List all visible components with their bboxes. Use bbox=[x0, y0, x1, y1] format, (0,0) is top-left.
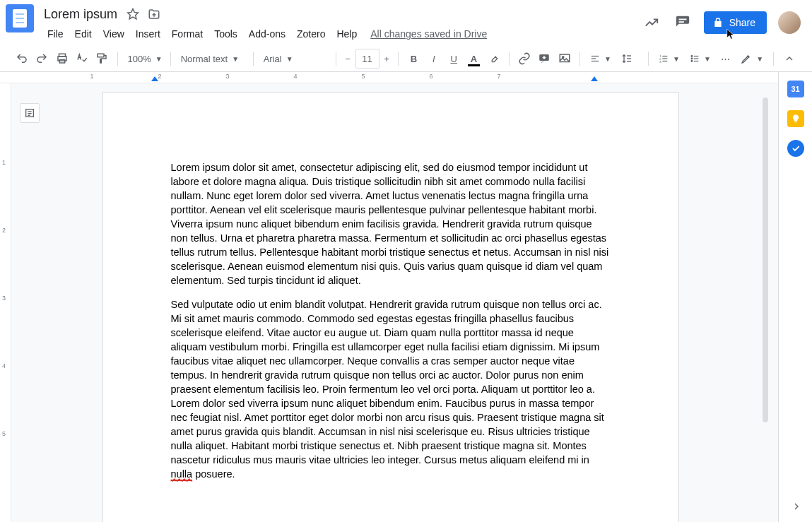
chevron-down-icon: ▼ bbox=[756, 55, 763, 63]
ruler-label: 7 bbox=[497, 73, 500, 80]
ruler-label: 3 bbox=[225, 73, 229, 80]
document-page[interactable]: Lorem ipsum dolor sit amet, consectetur … bbox=[102, 92, 679, 522]
svg-point-27 bbox=[691, 61, 693, 62]
canvas: 1 2 3 4 5 6 7 1 2 3 4 5 Lorem ipsum dolo… bbox=[0, 72, 778, 522]
account-avatar[interactable] bbox=[778, 11, 801, 34]
line-spacing-button[interactable] bbox=[617, 49, 642, 69]
numbered-list-icon: 123 bbox=[659, 53, 669, 64]
paint-format-button[interactable] bbox=[93, 49, 111, 69]
menu-tools[interactable]: Tools bbox=[209, 25, 242, 42]
side-panel-expand-icon[interactable] bbox=[788, 498, 805, 515]
collapse-toolbar-button[interactable] bbox=[779, 49, 799, 69]
font-family-select[interactable]: Arial ▼ bbox=[259, 49, 330, 69]
separator bbox=[117, 52, 118, 66]
indent-marker-left[interactable] bbox=[151, 76, 158, 81]
zoom-select[interactable]: 100% ▼ bbox=[124, 49, 165, 69]
more-button[interactable]: ⋯ bbox=[717, 49, 735, 69]
svg-text:3: 3 bbox=[659, 60, 661, 64]
font-size-value: 11 bbox=[362, 54, 372, 64]
spellcheck-button[interactable] bbox=[73, 49, 91, 69]
move-to-folder-icon[interactable] bbox=[147, 7, 161, 21]
ruler-label: 1 bbox=[90, 73, 93, 80]
svg-rect-2 bbox=[678, 21, 683, 23]
scrollbar-thumb[interactable] bbox=[763, 97, 768, 422]
font-size-decrease[interactable]: − bbox=[342, 49, 354, 69]
print-button[interactable] bbox=[53, 49, 71, 69]
pencil-icon bbox=[741, 53, 752, 64]
docs-app-icon[interactable] bbox=[6, 4, 34, 32]
separator bbox=[773, 52, 774, 66]
comments-icon[interactable] bbox=[673, 13, 693, 32]
ruler-label: 2 bbox=[158, 73, 161, 80]
share-label: Share bbox=[729, 17, 755, 28]
header-bar: Lorem ipsum File Edit View Insert Format… bbox=[0, 0, 812, 45]
paragraph[interactable]: Sed vulputate odio ut enim blandit volut… bbox=[171, 297, 611, 481]
numbered-list-button[interactable]: 123 ▼ bbox=[654, 49, 684, 69]
menu-help[interactable]: Help bbox=[331, 25, 362, 42]
ruler-label: 1 bbox=[2, 159, 6, 166]
bold-button[interactable]: B bbox=[404, 49, 423, 69]
paragraph-style-select[interactable]: Normal text ▼ bbox=[177, 49, 247, 69]
separator bbox=[579, 52, 580, 66]
bulleted-list-button[interactable]: ▼ bbox=[686, 49, 715, 69]
chevron-down-icon: ▼ bbox=[673, 55, 680, 63]
menu-view[interactable]: View bbox=[98, 25, 129, 42]
chevron-down-icon: ▼ bbox=[232, 55, 239, 63]
undo-button[interactable] bbox=[13, 49, 31, 69]
chevron-down-icon: ▼ bbox=[155, 55, 163, 63]
tasks-app-icon[interactable] bbox=[787, 140, 804, 157]
svg-marker-0 bbox=[128, 9, 139, 19]
menu-edit[interactable]: Edit bbox=[70, 25, 97, 42]
separator bbox=[648, 52, 649, 66]
font-size-increase[interactable]: + bbox=[381, 49, 393, 69]
menu-insert[interactable]: Insert bbox=[131, 25, 165, 42]
underline-button[interactable]: U bbox=[445, 49, 463, 69]
paragraph-text: posuere. bbox=[192, 468, 235, 480]
ruler-label: 3 bbox=[2, 295, 6, 302]
editing-mode-button[interactable]: ▼ bbox=[736, 49, 767, 69]
line-spacing-icon bbox=[621, 53, 632, 64]
spellcheck-word[interactable]: nulla bbox=[171, 468, 193, 481]
chevron-down-icon: ▼ bbox=[286, 55, 293, 63]
calendar-app-icon[interactable]: 31 bbox=[787, 81, 804, 97]
svg-point-26 bbox=[691, 58, 693, 59]
insert-comment-button[interactable] bbox=[535, 49, 553, 69]
star-icon[interactable] bbox=[126, 7, 140, 21]
menu-format[interactable]: Format bbox=[167, 25, 208, 42]
ruler-label: 2 bbox=[2, 227, 6, 234]
separator bbox=[398, 52, 399, 66]
menu-zotero[interactable]: Zotero bbox=[292, 25, 330, 42]
font-size-input[interactable]: 11 bbox=[355, 49, 379, 69]
insert-link-button[interactable] bbox=[515, 49, 534, 69]
top-actions: Share bbox=[642, 11, 801, 34]
ruler-label: 5 bbox=[361, 73, 365, 80]
share-button[interactable]: Share bbox=[704, 11, 767, 34]
text-color-button[interactable]: A bbox=[464, 49, 483, 69]
workspace: 1 2 3 4 5 6 7 1 2 3 4 5 Lorem ipsum dolo… bbox=[0, 72, 812, 522]
align-left-icon bbox=[590, 53, 600, 64]
separator bbox=[253, 52, 254, 66]
ruler-label: 5 bbox=[2, 430, 6, 437]
document-title[interactable]: Lorem ipsum bbox=[42, 7, 119, 22]
ruler-label: 4 bbox=[293, 73, 297, 80]
redo-button[interactable] bbox=[33, 49, 51, 69]
menu-file[interactable]: File bbox=[42, 25, 69, 42]
keep-app-icon[interactable] bbox=[787, 110, 804, 127]
toolbar: 100% ▼ Normal text ▼ Arial ▼ − 11 + B I … bbox=[0, 45, 812, 72]
zoom-value: 100% bbox=[128, 54, 151, 64]
highlight-color-button[interactable] bbox=[485, 49, 503, 69]
paragraph[interactable]: Lorem ipsum dolor sit amet, consectetur … bbox=[171, 160, 611, 287]
italic-button[interactable]: I bbox=[425, 49, 443, 69]
menu-addons[interactable]: Add-ons bbox=[244, 25, 290, 42]
svg-rect-6 bbox=[98, 54, 104, 57]
save-status[interactable]: All changes saved in Drive bbox=[370, 28, 487, 40]
page-scroll[interactable]: Lorem ipsum dolor sit amet, consectetur … bbox=[11, 83, 770, 522]
activity-icon[interactable] bbox=[642, 13, 661, 32]
vertical-ruler[interactable]: 1 2 3 4 5 bbox=[0, 83, 11, 522]
horizontal-ruler[interactable]: 1 2 3 4 5 6 7 bbox=[0, 72, 778, 83]
align-button[interactable]: ▼ bbox=[586, 49, 616, 69]
chevron-down-icon: ▼ bbox=[604, 55, 611, 63]
separator bbox=[509, 52, 510, 66]
indent-marker-right[interactable] bbox=[591, 76, 598, 81]
insert-image-button[interactable] bbox=[555, 49, 574, 69]
